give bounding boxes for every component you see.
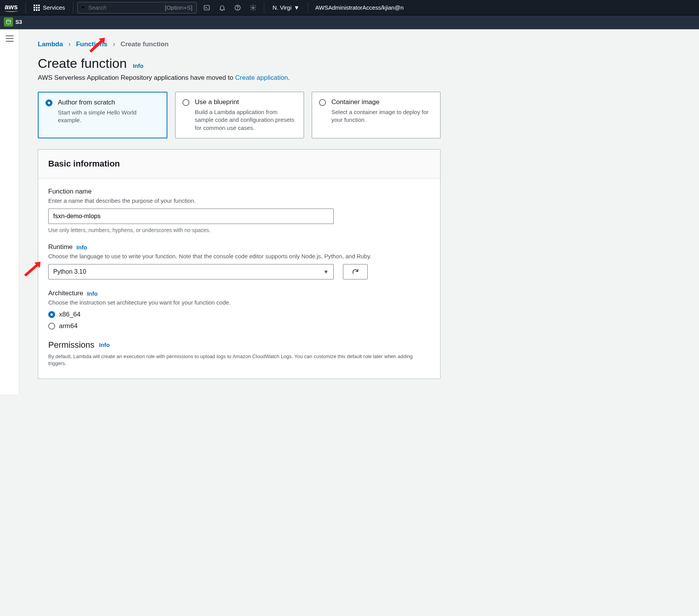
s3-icon (4, 17, 13, 27)
function-name-input[interactable] (48, 209, 334, 224)
refresh-icon (351, 268, 359, 276)
search-input[interactable] (88, 4, 162, 11)
option-desc: Start with a simple Hello World example. (58, 109, 160, 125)
main-content: Lambda › Functions › Create function Cre… (19, 29, 444, 394)
field-help: Choose the language to use to write your… (48, 252, 430, 260)
search-box[interactable]: [Option+S] (77, 2, 197, 13)
info-link[interactable]: Info (87, 290, 98, 297)
svg-point-5 (252, 7, 254, 8)
permissions-heading: Permissions (48, 340, 95, 350)
search-icon (81, 6, 85, 10)
caret-down-icon: ▼ (323, 269, 329, 275)
function-name-field: Function name Enter a name that describe… (48, 188, 430, 233)
radio-icon (319, 99, 326, 106)
section-body: Function name Enter a name that describe… (38, 178, 440, 379)
field-label: Function name (48, 188, 430, 195)
field-note: Use only letters, numbers, hyphens, or u… (48, 227, 430, 233)
runtime-value: Python 3.10 (53, 268, 86, 275)
field-help: Choose the instruction set architecture … (48, 299, 430, 306)
option-author-from-scratch[interactable]: Author from scratch Start with a simple … (38, 92, 167, 138)
separator (308, 2, 308, 13)
aws-logo[interactable]: aws (3, 3, 22, 12)
radio-icon (48, 323, 55, 330)
grid-icon (34, 5, 40, 11)
settings-icon[interactable] (246, 1, 260, 15)
separator (73, 2, 73, 13)
arch-option-arm64[interactable]: arm64 (48, 322, 430, 330)
option-desc: Build a Lambda application from sample c… (195, 108, 297, 132)
account-label[interactable]: AWSAdministratorAccess/kjian@n (312, 4, 407, 11)
subtitle-text: AWS Serverless Application Repository ap… (38, 74, 235, 81)
chevron-down-icon: ▼ (294, 4, 299, 11)
side-rail (0, 29, 19, 394)
nav-icon-group (200, 1, 260, 15)
svg-point-4 (237, 9, 238, 9)
arch-label: x86_64 (59, 311, 81, 318)
svg-point-0 (82, 6, 84, 8)
help-icon[interactable] (231, 1, 245, 15)
top-navbar: aws Services [Option+S] N. Virgi ▼ AWSAd… (0, 0, 699, 15)
info-link[interactable]: Info (76, 244, 87, 251)
region-selector[interactable]: N. Virgi ▼ (268, 4, 304, 11)
refresh-button[interactable] (343, 264, 368, 279)
basic-information-section: Basic information Function name Enter a … (38, 149, 441, 379)
separator (264, 2, 264, 13)
info-link[interactable]: Info (133, 62, 144, 69)
field-label: Runtime (48, 243, 73, 251)
region-label: N. Virgi (273, 4, 292, 11)
service-chip-s3[interactable]: S3 (4, 17, 22, 27)
svg-line-1 (84, 8, 84, 9)
chevron-right-icon: › (113, 40, 115, 48)
permissions-desc: By default, Lambda will create an execut… (48, 353, 430, 367)
section-title: Basic information (48, 159, 430, 169)
cloudshell-icon[interactable] (200, 1, 214, 15)
service-chip-label: S3 (15, 19, 22, 25)
create-application-link[interactable]: Create application (235, 74, 288, 81)
annotation-arrow (23, 260, 43, 277)
hamburger-icon[interactable] (6, 35, 14, 42)
option-title: Author from scratch (58, 99, 160, 106)
page-header: Create function Info AWS Serverless Appl… (38, 56, 441, 82)
option-title: Use a blueprint (195, 98, 297, 106)
option-title: Container image (331, 98, 433, 106)
service-bar: S3 (0, 15, 699, 29)
services-label: Services (43, 4, 65, 11)
arch-label: arm64 (59, 322, 78, 330)
page-subtitle: AWS Serverless Application Repository ap… (38, 74, 441, 82)
search-shortcut: [Option+S] (165, 4, 192, 11)
field-help: Enter a name that describes the purpose … (48, 197, 430, 205)
runtime-select[interactable]: Python 3.10 ▼ (48, 264, 334, 279)
page-title: Create function (38, 56, 127, 71)
breadcrumb: Lambda › Functions › Create function (38, 40, 441, 48)
architecture-field: Architecture Info Choose the instruction… (48, 289, 430, 330)
radio-icon (182, 99, 189, 106)
radio-icon (48, 311, 55, 318)
section-header: Basic information (38, 150, 440, 178)
arch-option-x86[interactable]: x86_64 (48, 311, 430, 318)
page-shell: Lambda › Functions › Create function Cre… (0, 29, 699, 394)
radio-icon (46, 99, 52, 106)
option-container-image[interactable]: Container image Select a container image… (312, 92, 441, 138)
svg-point-6 (7, 20, 11, 22)
info-link[interactable]: Info (99, 342, 110, 348)
chevron-right-icon: › (68, 40, 71, 48)
permissions-field: Permissions Info By default, Lambda will… (48, 340, 430, 367)
breadcrumb-current: Create function (120, 40, 169, 48)
option-use-blueprint[interactable]: Use a blueprint Build a Lambda applicati… (175, 92, 304, 138)
separator (25, 2, 26, 13)
subtitle-text: . (288, 74, 290, 81)
runtime-field: Runtime Info Choose the language to use … (48, 243, 430, 279)
breadcrumb-functions[interactable]: Functions (76, 40, 107, 48)
services-menu[interactable]: Services (30, 4, 69, 11)
breadcrumb-lambda[interactable]: Lambda (38, 40, 63, 48)
notifications-icon[interactable] (215, 1, 229, 15)
field-label: Architecture (48, 289, 83, 297)
option-desc: Select a container image to deploy for y… (331, 108, 433, 124)
creation-options: Author from scratch Start with a simple … (38, 92, 441, 138)
